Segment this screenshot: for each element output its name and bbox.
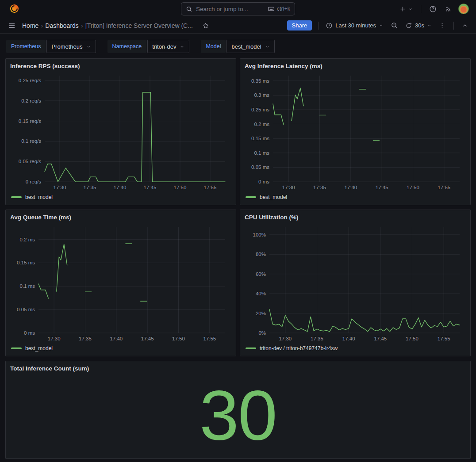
breadcrumb: Home › Dashboards › [Triton] Inference S… xyxy=(20,21,195,30)
more-options-button[interactable] xyxy=(437,20,447,31)
svg-text:0.2 ms: 0.2 ms xyxy=(254,122,269,127)
legend-item[interactable]: best_model xyxy=(10,191,231,203)
legend-series-label: best_model xyxy=(25,345,53,351)
svg-text:17:45: 17:45 xyxy=(144,185,157,190)
legend-item[interactable]: best_model xyxy=(10,343,231,354)
panel-title[interactable]: Inference RPS (success) xyxy=(10,61,231,71)
svg-text:0.15 ms: 0.15 ms xyxy=(251,136,269,141)
toolbar-actions: Share Last 30 minutes xyxy=(287,20,470,31)
svg-text:17:55: 17:55 xyxy=(438,185,450,190)
svg-text:100%: 100% xyxy=(253,232,266,237)
svg-text:60%: 60% xyxy=(256,271,266,277)
svg-text:17:40: 17:40 xyxy=(344,185,357,190)
legend-series-label: triton-dev / triton-b749747b-lr4sw xyxy=(260,345,338,351)
variable-namespace: Namespace triton-dev xyxy=(107,40,190,53)
dashboard-canvas: Inference RPS (success) 17:3017:3517:401… xyxy=(0,58,476,459)
svg-text:17:30: 17:30 xyxy=(282,185,295,190)
breadcrumb-current: [Triton] Inference Server Overview (C... xyxy=(84,21,195,30)
chevron-up-icon xyxy=(462,23,468,29)
chevron-down-icon xyxy=(86,44,91,49)
panel-cpu-utilization: CPU Utilization (%) 17:3017:3517:4017:45… xyxy=(240,210,471,356)
svg-text:0.1 ms: 0.1 ms xyxy=(254,150,269,156)
panel-title[interactable]: CPU Utilization (%) xyxy=(245,213,466,222)
panel-title[interactable]: Avg Queue Time (ms) xyxy=(10,213,231,222)
svg-text:0.2 req/s: 0.2 req/s xyxy=(21,98,41,103)
timeseries-chart[interactable]: 17:3017:3517:4017:4517:5017:550 req/s0.0… xyxy=(10,71,231,191)
top-nav: ctrl+k xyxy=(0,0,476,18)
svg-text:17:45: 17:45 xyxy=(374,336,387,341)
chevron-down-icon xyxy=(427,23,432,28)
svg-text:0.1 ms: 0.1 ms xyxy=(19,283,35,289)
svg-text:0.15 req/s: 0.15 req/s xyxy=(19,118,41,124)
svg-text:17:55: 17:55 xyxy=(203,336,216,341)
variable-datasource-select[interactable]: Prometheus xyxy=(46,40,96,53)
svg-text:0.05 ms: 0.05 ms xyxy=(251,164,269,170)
svg-text:80%: 80% xyxy=(256,252,266,257)
timeseries-chart[interactable]: 17:3017:3517:4017:4517:5017:550 ms0.05 m… xyxy=(245,71,466,191)
chevron-right-icon: › xyxy=(40,22,43,29)
divider xyxy=(453,22,454,30)
legend-item[interactable]: best_model xyxy=(245,191,466,203)
star-icon xyxy=(202,22,209,29)
svg-text:17:50: 17:50 xyxy=(406,336,418,341)
svg-text:0 ms: 0 ms xyxy=(24,330,35,336)
zoom-out-button[interactable] xyxy=(389,20,400,31)
svg-text:40%: 40% xyxy=(256,291,266,296)
variable-datasource: Prometheus Prometheus xyxy=(6,40,96,53)
svg-text:0.25 ms: 0.25 ms xyxy=(251,107,269,112)
timeseries-chart[interactable]: 17:3017:3517:4017:4517:5017:550 ms0.05 m… xyxy=(10,222,231,343)
svg-text:0 ms: 0 ms xyxy=(258,179,269,184)
variable-namespace-select[interactable]: triton-dev xyxy=(147,40,189,53)
svg-text:0.05 ms: 0.05 ms xyxy=(17,307,35,312)
refresh-picker[interactable]: 30s xyxy=(404,21,433,30)
svg-text:17:45: 17:45 xyxy=(376,185,388,190)
panel-title[interactable]: Avg Inference Latency (ms) xyxy=(245,61,466,71)
nav-actions xyxy=(397,4,469,15)
svg-text:17:30: 17:30 xyxy=(54,185,66,190)
svg-text:17:55: 17:55 xyxy=(438,336,450,341)
search-icon xyxy=(186,6,192,12)
svg-text:17:30: 17:30 xyxy=(279,336,292,341)
svg-text:17:35: 17:35 xyxy=(313,185,326,190)
legend-series-label: best_model xyxy=(25,194,53,200)
divider xyxy=(318,22,319,30)
svg-text:0%: 0% xyxy=(258,330,266,336)
collapse-toolbar-button[interactable] xyxy=(460,21,470,31)
chevron-down-icon xyxy=(265,44,270,49)
legend-series-swatch xyxy=(11,347,22,349)
favorite-button[interactable] xyxy=(201,20,211,30)
chevron-down-icon xyxy=(180,44,184,49)
time-range-picker[interactable]: Last 30 minutes xyxy=(325,21,384,30)
hamburger-icon xyxy=(8,22,16,30)
svg-text:0 req/s: 0 req/s xyxy=(26,179,41,184)
breadcrumb-home[interactable]: Home xyxy=(20,21,40,30)
zoom-out-icon xyxy=(391,22,398,29)
legend-series-label: best_model xyxy=(260,194,287,200)
svg-text:0.25 req/s: 0.25 req/s xyxy=(19,78,41,83)
timeseries-chart[interactable]: 17:3017:3517:4017:4517:5017:550%20%40%60… xyxy=(245,222,466,343)
legend-item[interactable]: triton-dev / triton-b749747b-lr4sw xyxy=(245,343,466,354)
new-button[interactable] xyxy=(397,4,415,15)
panel-title[interactable]: Total Inference Count (sum) xyxy=(10,364,466,374)
variable-model-label: Model xyxy=(201,40,226,53)
breadcrumb-dashboards[interactable]: Dashboards xyxy=(43,21,81,30)
grafana-logo-icon[interactable] xyxy=(9,4,19,14)
news-button[interactable] xyxy=(443,4,454,15)
variable-model-select[interactable]: best_model xyxy=(226,40,274,53)
panel-inference-rps: Inference RPS (success) 17:3017:3517:401… xyxy=(5,58,236,205)
keyboard-icon xyxy=(268,5,275,12)
share-button[interactable]: Share xyxy=(287,20,312,31)
divider xyxy=(421,5,421,13)
svg-text:20%: 20% xyxy=(256,311,266,316)
help-button[interactable] xyxy=(427,4,438,15)
legend-series-swatch xyxy=(246,347,256,349)
svg-text:17:35: 17:35 xyxy=(84,185,96,190)
avatar[interactable] xyxy=(458,4,469,14)
search-input[interactable] xyxy=(196,6,264,12)
svg-text:0.2 ms: 0.2 ms xyxy=(19,237,35,242)
menu-toggle-button[interactable] xyxy=(6,20,18,31)
svg-text:17:55: 17:55 xyxy=(204,185,217,190)
variable-datasource-label: Prometheus xyxy=(6,40,46,53)
svg-text:17:50: 17:50 xyxy=(407,185,419,190)
svg-text:0.3 ms: 0.3 ms xyxy=(254,92,269,98)
